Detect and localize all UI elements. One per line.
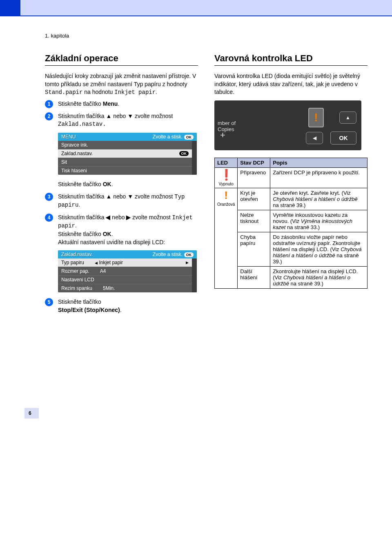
- heading-basic-ops: Základní operace: [45, 53, 198, 64]
- step-number-icon: 5: [45, 298, 53, 306]
- page-footer: 6: [0, 408, 392, 419]
- led-orange-icon: !: [217, 190, 235, 200]
- led-off-icon: ❗: [217, 169, 235, 180]
- left-column: Základní operace Následující kroky zobra…: [45, 53, 198, 318]
- intro-paragraph: Následující kroky zobrazují jak změnit n…: [45, 72, 198, 97]
- ok-button: OK: [330, 131, 356, 145]
- step-5: 5 Stiskněte tlačítko Stop/Exit (Stop/Kon…: [45, 298, 198, 314]
- lcd-title: MENU: [61, 134, 76, 140]
- table-header: Popis: [270, 158, 368, 167]
- step-number-icon: 2: [45, 112, 53, 120]
- lcd-row: Rezim spanku5Min.: [58, 284, 192, 292]
- heading-rule: [45, 65, 198, 66]
- right-column: Varovná kontrolka LED Varovná kontrolka …: [214, 53, 368, 318]
- up-button-icon: ▲: [339, 111, 356, 124]
- ok-pill-icon: OK: [184, 252, 194, 257]
- step-number-icon: 3: [45, 193, 53, 201]
- step-2: 2 Stisknutím tlačítka ▲ nebo ▼ zvolte mo…: [45, 112, 198, 129]
- table-header: Stav DCP: [238, 158, 270, 167]
- table-row: ❗ Vypnuto Připraveno Zařízení DCP je při…: [215, 167, 368, 188]
- page-number: 6: [24, 408, 39, 419]
- lcd-row: Nastaveni LCD: [58, 276, 192, 284]
- ok-pill-icon: OK: [179, 151, 189, 156]
- device-panel-illustration: mber ofCopies + ! ▲ ◀ OK: [214, 100, 361, 150]
- lcd-title: Zaklad.nastav.: [61, 252, 93, 257]
- lcd-scrollbar: [192, 258, 197, 292]
- left-button-icon: ◀: [306, 132, 323, 144]
- warning-led-icon: !: [308, 108, 324, 127]
- ok-pill-icon: OK: [184, 135, 194, 140]
- step-3: 3 Stisknutím tlačítka ▲ nebo ▼ zvolte mo…: [45, 193, 198, 209]
- lcd-row: Tisk hlaseni: [58, 167, 192, 175]
- step-number-icon: 4: [45, 214, 53, 222]
- step-4: 4 Stisknutím tlačítka ◀ nebo ▶ zvolte mo…: [45, 214, 198, 246]
- chapter-label: 1. kapitola: [45, 33, 368, 39]
- header-bar: [0, 0, 392, 16]
- lcd-row: Spravce ink.: [58, 141, 192, 149]
- lcd-row: Rozmer pap.A4: [58, 267, 192, 276]
- step-2-after: Stiskněte tlačítko OK.: [58, 180, 198, 189]
- lcd-screen-menu: MENU Zvolte a stisk. OK Spravce ink. Zak…: [58, 133, 197, 175]
- lcd-screen-settings: Zaklad.nastav. Zvolte a stisk. OK Typ pa…: [58, 250, 197, 292]
- led-intro: Varovná kontrolka LED (dioda emitující s…: [214, 72, 368, 96]
- lcd-row: Sit: [58, 158, 192, 167]
- lcd-row-selected: Typ papiru◀ Inkjet papir ▶: [58, 258, 192, 267]
- heading-warning-led: Varovná kontrolka LED: [214, 53, 368, 64]
- table-row: Nelze tisknout Vyměňte inkoustovou kazet…: [215, 210, 368, 232]
- step-1: 1 Stiskněte tlačítko Menu.: [45, 100, 198, 108]
- table-row: Další hlášení Zkontrolujte hlášení na di…: [215, 266, 368, 288]
- table-header: LED: [215, 158, 238, 167]
- led-status-table: LED Stav DCP Popis ❗ Vypnuto Připraveno …: [214, 158, 368, 289]
- plus-icon: +: [220, 130, 225, 140]
- lcd-row-selected: Zaklad.nastav.OK: [58, 149, 192, 158]
- table-row: ! Oranžová Kryt je otevřen Je otevřen kr…: [215, 188, 368, 210]
- table-row: Chyba papíru Do zásobníku vložte papír n…: [215, 232, 368, 266]
- heading-rule: [214, 65, 368, 66]
- step-number-icon: 1: [45, 100, 53, 108]
- lcd-scrollbar: [192, 141, 197, 175]
